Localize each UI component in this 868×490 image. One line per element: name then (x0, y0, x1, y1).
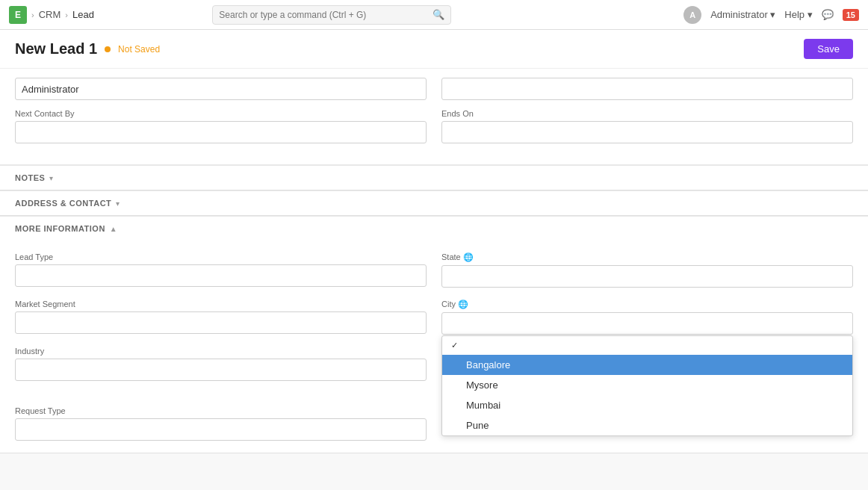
more-info-section: MORE INFORMATION ▲ Lead Type State 🌐 (0, 216, 868, 453)
administrator-input[interactable] (15, 78, 427, 100)
not-saved-dot (105, 46, 111, 52)
empty-field-right (441, 78, 853, 100)
right-input[interactable] (441, 78, 853, 100)
administrator-row (15, 78, 853, 100)
city-input[interactable] (441, 312, 853, 335)
market-segment-field: Market Segment (15, 300, 427, 335)
top-fields-section: Next Contact By Ends On (0, 69, 868, 165)
dropdown-mumbai-label: Mumbai (466, 400, 500, 411)
request-type-input[interactable] (15, 418, 427, 441)
page-header: New Lead 1 Not Saved Save (0, 30, 868, 69)
notification-badge[interactable]: 15 (843, 9, 859, 21)
chat-icon[interactable]: 💬 (822, 9, 834, 20)
industry-field: Industry (15, 347, 427, 394)
admin-menu[interactable]: Administrator ▾ (710, 9, 775, 20)
address-section-header[interactable]: ADDRESS & CONTACT ▾ (0, 190, 868, 216)
breadcrumb-sep-1: › (31, 10, 34, 19)
dropdown-mysore-label: Mysore (466, 379, 498, 391)
industry-input[interactable] (15, 359, 427, 381)
nav-search[interactable]: 🔍 (212, 5, 451, 25)
page-title-row: New Lead 1 Not Saved (15, 40, 160, 58)
lead-type-input[interactable] (15, 264, 427, 287)
ends-on-field: Ends On (441, 109, 853, 143)
market-segment-input[interactable] (15, 311, 427, 334)
dropdown-pune-label: Pune (466, 420, 489, 431)
check-icon: ✓ (451, 341, 460, 350)
dropdown-option-mysore[interactable]: Mysore (442, 375, 852, 395)
next-contact-field: Next Contact By (15, 109, 427, 143)
lead-type-field: Lead Type (15, 252, 427, 288)
administrator-field (15, 78, 427, 100)
city-field: City 🌐 ✓ Bangalore (441, 300, 853, 335)
help-menu[interactable]: Help ▾ (784, 9, 812, 20)
avatar: A (683, 6, 701, 24)
state-label: State 🌐 (441, 252, 853, 262)
market-segment-label: Market Segment (15, 300, 427, 308)
more-info-chevron-icon: ▲ (110, 225, 117, 233)
industry-label: Industry (15, 347, 427, 356)
city-dropdown[interactable]: ✓ Bangalore Mysore (441, 335, 853, 436)
dropdown-option-mumbai[interactable]: Mumbai (442, 395, 852, 415)
more-info-content: Lead Type State 🌐 Market Segment (0, 241, 868, 453)
ends-on-label: Ends On (441, 109, 853, 118)
city-label: City 🌐 (441, 300, 853, 309)
more-info-grid: Lead Type State 🌐 Market Segment (15, 252, 853, 441)
notes-chevron-icon: ▾ (49, 174, 53, 182)
not-saved-text: Not Saved (118, 44, 160, 55)
main-content: Next Contact By Ends On NOTES ▾ ADDRESS … (0, 69, 868, 453)
request-type-label: Request Type (15, 406, 427, 415)
address-label: ADDRESS & CONTACT (15, 199, 111, 208)
dropdown-bangalore-label: Bangalore (466, 359, 510, 370)
city-dropdown-wrapper[interactable]: ✓ Bangalore Mysore (441, 312, 853, 335)
next-contact-label: Next Contact By (15, 109, 427, 118)
address-chevron-icon: ▾ (116, 199, 120, 208)
dropdown-option-blank[interactable]: ✓ (442, 336, 852, 355)
request-type-field: Request Type (15, 406, 427, 441)
state-field: State 🌐 (441, 252, 853, 288)
dropdown-option-pune[interactable]: Pune (442, 415, 852, 435)
lead-type-label: Lead Type (15, 252, 427, 261)
more-info-label: MORE INFORMATION (15, 224, 105, 233)
notes-section-header[interactable]: NOTES ▾ (0, 165, 868, 190)
nav-right: A Administrator ▾ Help ▾ 💬 15 (683, 6, 859, 24)
app-icon[interactable]: E (9, 6, 27, 24)
breadcrumb-lead[interactable]: Lead (72, 9, 94, 20)
top-nav: E › CRM › Lead 🔍 A Administrator ▾ Help … (0, 0, 868, 30)
notes-label: NOTES (15, 173, 45, 182)
search-input[interactable] (219, 10, 433, 20)
save-button[interactable]: Save (804, 39, 853, 59)
page-title: New Lead 1 (15, 40, 97, 58)
search-icon: 🔍 (433, 9, 444, 20)
ends-on-input[interactable] (441, 121, 853, 143)
next-contact-input[interactable] (15, 121, 427, 143)
next-contact-row: Next Contact By Ends On (15, 109, 853, 143)
state-input[interactable] (441, 265, 853, 288)
breadcrumb-sep-2: › (65, 10, 68, 19)
dropdown-option-bangalore[interactable]: Bangalore (442, 355, 852, 375)
more-info-header[interactable]: MORE INFORMATION ▲ (0, 216, 868, 241)
breadcrumb-crm[interactable]: CRM (39, 9, 61, 20)
